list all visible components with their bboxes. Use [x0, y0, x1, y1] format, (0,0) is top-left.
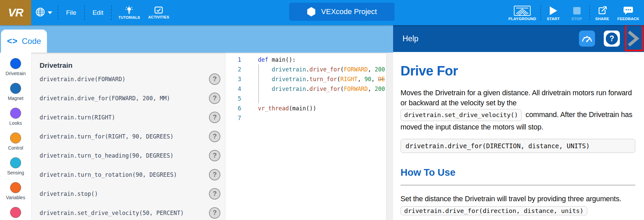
line-number: 1: [225, 56, 241, 63]
category-color-dot[interactable]: [10, 58, 21, 69]
command-help-button[interactable]: ?: [209, 169, 220, 180]
divider: [400, 185, 635, 185]
dashboard-button[interactable]: [579, 31, 595, 47]
line-code: drivetrain.drive_for(FORWARD, 200: [241, 66, 385, 73]
how-to-use-heading: How To Use: [400, 167, 635, 178]
command-help-button[interactable]: ?: [209, 73, 220, 85]
sidebar-item-drivetrain[interactable]: Drivetrain: [6, 58, 26, 76]
playground-button[interactable]: PLAYGROUND: [505, 5, 540, 21]
project-title: VEXcode Project: [321, 7, 377, 16]
category-color-dot[interactable]: [10, 108, 21, 119]
command-snippet[interactable]: drivetrain.turn(RIGHT): [40, 114, 115, 121]
main-area: DrivetrainMagnetLooksControlSensingVaria…: [0, 53, 393, 220]
command-help-button[interactable]: ?: [209, 93, 220, 104]
inline-code-set-drive-velocity: drivetrain.set_drive_velocity(): [400, 109, 522, 121]
command-snippet[interactable]: drivetrain.drive_for(FORWARD, 200, MM): [40, 95, 170, 102]
category-sidebar: DrivetrainMagnetLooksControlSensingVaria…: [0, 53, 31, 220]
help-header: Help ?: [393, 25, 644, 52]
checkbox-icon: [154, 6, 163, 14]
share-button[interactable]: SHARE: [591, 5, 614, 21]
editor-line: 5: [225, 94, 386, 103]
command-row[interactable]: drivetrain.turn_to_rotation(90, DEGREES)…: [40, 165, 220, 184]
line-code: drivetrain.drive_for(FORWARD, 200: [241, 86, 385, 92]
indent-guide: [258, 64, 259, 103]
stop-button: STOP: [565, 5, 589, 21]
code-icon: <>: [7, 36, 18, 46]
tab-strip: <> Code: [0, 25, 393, 53]
command-snippet[interactable]: drivetrain.turn_to_heading(90, DEGREES): [40, 152, 173, 159]
category-label: Control: [8, 145, 23, 151]
project-title-box[interactable]: VEXcode Project: [289, 3, 394, 21]
help-description: Moves the Drivetrain for a given distanc…: [400, 88, 635, 132]
gauge-icon: [581, 34, 593, 43]
sidebar-item-looks[interactable]: Looks: [9, 108, 22, 126]
command-help-button[interactable]: ?: [209, 112, 220, 123]
command-list: drivetrain.drive(FORWARD)?drivetrain.dri…: [40, 69, 220, 220]
menu-file[interactable]: File: [59, 9, 84, 16]
share-icon: [597, 5, 608, 17]
command-row[interactable]: drivetrain.drive_for(FORWARD, 200, MM)?: [40, 89, 220, 108]
start-label: START: [547, 17, 559, 21]
top-bar: VR File Edit TUTORIALSACTIVITIES VEXcode…: [0, 0, 644, 25]
menu-edit[interactable]: Edit: [86, 9, 111, 16]
editor-scrollbar[interactable]: [386, 53, 393, 220]
code-editor[interactable]: 1def main():2 drivetrain.drive_for(FORWA…: [225, 53, 386, 220]
command-help-button[interactable]: ?: [209, 207, 220, 219]
editor-line: 1def main():: [225, 55, 386, 64]
toolbar-tutorials-label: TUTORIALS: [118, 15, 140, 19]
command-row[interactable]: drivetrain.set_drive_velocity(50, PERCEN…: [40, 203, 220, 220]
command-help-button[interactable]: ?: [209, 150, 220, 161]
line-code: def main():: [241, 56, 296, 63]
divider: [58, 5, 58, 20]
command-snippet[interactable]: drivetrain.set_drive_velocity(50, PERCEN…: [40, 210, 184, 216]
feedback-icon: [623, 5, 634, 17]
start-button[interactable]: START: [542, 5, 565, 21]
language-menu[interactable]: [35, 7, 52, 18]
inline-code-drive-for: drivetrain.drive_for(direction, distance…: [400, 206, 587, 215]
line-number: 5: [225, 95, 241, 102]
sidebar-item-category[interactable]: [10, 207, 21, 220]
editor-line: 3 drivetrain.turn_for(RIGHT, 90, DE: [225, 74, 386, 84]
globe-icon: [35, 7, 45, 18]
category-color-dot[interactable]: [10, 182, 21, 193]
command-help-button[interactable]: ?: [209, 131, 220, 142]
category-color-dot[interactable]: [10, 132, 21, 144]
sidebar-item-control[interactable]: Control: [8, 132, 23, 151]
editor-line: 6vr_thread(main()): [225, 103, 386, 113]
command-row[interactable]: drivetrain.turn(RIGHT)?: [40, 108, 220, 127]
line-number: 3: [225, 76, 241, 82]
play-icon: [550, 5, 557, 17]
line-number: 4: [225, 86, 241, 92]
sidebar-item-sensing[interactable]: Sensing: [7, 157, 24, 176]
editor-line: 4 drivetrain.drive_for(FORWARD, 200: [225, 84, 386, 94]
command-snippet[interactable]: drivetrain.drive(FORWARD): [40, 76, 125, 82]
toolbar-activities[interactable]: ACTIVITIES: [144, 6, 173, 19]
command-snippet[interactable]: drivetrain.turn_for(RIGHT, 90, DEGREES): [40, 133, 173, 140]
stop-icon: [573, 5, 581, 17]
help-button[interactable]: ?: [604, 31, 620, 47]
toolbar-tutorials[interactable]: TUTORIALS: [114, 6, 144, 19]
command-row[interactable]: drivetrain.turn_to_heading(90, DEGREES)?: [40, 146, 220, 165]
category-color-dot[interactable]: [10, 157, 21, 168]
lightbulb-icon: [125, 6, 133, 14]
command-snippet[interactable]: drivetrain.stop(): [40, 190, 98, 197]
vr-logo: VR: [0, 0, 31, 25]
command-row[interactable]: drivetrain.stop()?: [40, 184, 220, 203]
tab-code[interactable]: <> Code: [1, 30, 47, 53]
category-label: Drivetrain: [6, 71, 26, 76]
command-row[interactable]: drivetrain.drive(FORWARD)?: [40, 69, 220, 89]
collapse-panel-button[interactable]: [625, 29, 641, 48]
command-snippet[interactable]: drivetrain.turn_to_rotation(90, DEGREES): [40, 171, 177, 178]
playground-label: PLAYGROUND: [508, 17, 536, 21]
sidebar-item-magnet[interactable]: Magnet: [8, 83, 23, 101]
category-color-dot[interactable]: [10, 83, 21, 94]
category-color-dot[interactable]: [10, 207, 21, 218]
command-help-button[interactable]: ?: [209, 188, 220, 200]
line-code: drivetrain.turn_for(RIGHT, 90, DE: [241, 76, 385, 82]
playground-icon: [514, 5, 531, 17]
command-row[interactable]: drivetrain.turn_for(RIGHT, 90, DEGREES)?: [40, 127, 220, 146]
category-label: Magnet: [8, 96, 23, 101]
feedback-button[interactable]: FEEDBACK: [614, 5, 643, 21]
tab-code-label: Code: [22, 37, 41, 46]
sidebar-item-variables[interactable]: Variables: [6, 182, 25, 201]
